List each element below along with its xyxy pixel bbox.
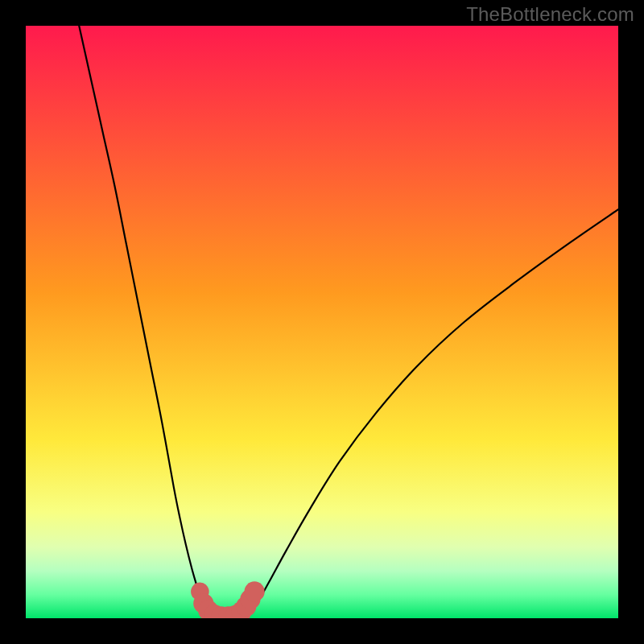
watermark-text: TheBottleneck.com (466, 3, 634, 26)
chart-svg (26, 26, 618, 618)
valley-marker (244, 581, 264, 601)
plot-area (26, 26, 618, 618)
gradient-background (26, 26, 618, 618)
chart-frame: TheBottleneck.com (0, 0, 644, 644)
